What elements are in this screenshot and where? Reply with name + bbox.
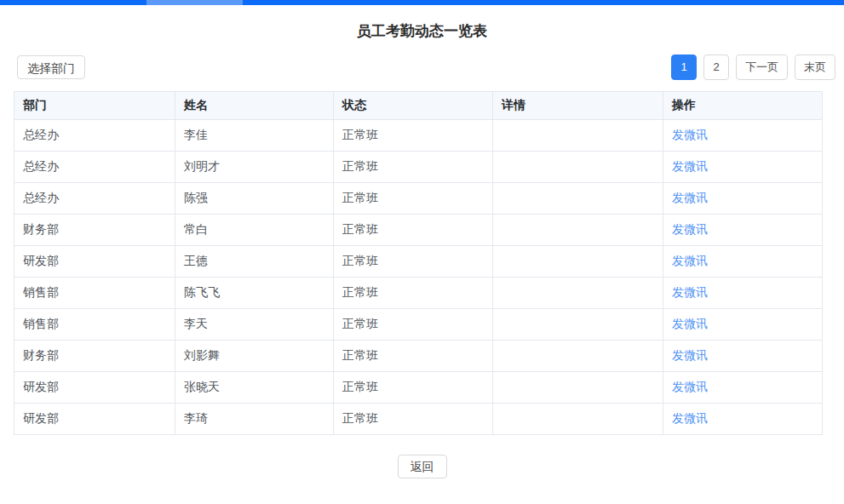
cell-status: 正常班 [334,309,493,341]
cell-department: 财务部 [14,341,175,372]
cell-name: 王德 [175,246,334,278]
column-header-action: 操作 [663,92,823,120]
cell-status: 正常班 [334,246,493,278]
column-header-department: 部门 [14,92,175,120]
table-row: 财务部 常白 正常班 发微讯 [14,215,823,246]
cell-name: 陈强 [175,183,334,215]
cell-action: 发微讯 [663,372,823,404]
cell-status: 正常班 [334,183,493,215]
table-row: 研发部 王德 正常班 发微讯 [14,246,823,278]
top-progress-bar [0,0,844,5]
cell-detail [493,309,663,341]
cell-status: 正常班 [334,120,493,152]
cell-detail [493,152,663,183]
cell-department: 研发部 [14,246,175,278]
table-row: 研发部 张晓天 正常班 发微讯 [14,372,823,404]
cell-name: 李琦 [175,404,334,435]
table-body: 总经办 李佳 正常班 发微讯 总经办 刘明才 正常班 发微讯 总经办 陈强 正常… [14,120,823,435]
cell-department: 财务部 [14,215,175,246]
cell-name: 李佳 [175,120,334,152]
cell-status: 正常班 [334,278,493,309]
back-button[interactable]: 返回 [398,455,447,478]
cell-action-link[interactable]: 发微讯 [672,128,708,141]
footer: 返回 [0,455,844,478]
cell-name: 陈飞飞 [175,278,334,309]
cell-action-link[interactable]: 发微讯 [672,348,708,362]
cell-action: 发微讯 [663,183,823,215]
cell-action-link[interactable]: 发微讯 [672,285,708,299]
page-title: 员工考勤动态一览表 [0,23,844,39]
pagination-page-1[interactable]: 1 [671,54,697,80]
cell-status: 正常班 [334,341,493,372]
cell-department: 销售部 [14,278,175,309]
column-header-detail: 详情 [493,92,663,120]
cell-department: 销售部 [14,309,175,341]
select-department-button[interactable]: 选择部门 [17,55,85,79]
cell-action-link[interactable]: 发微讯 [672,222,708,236]
table-row: 总经办 陈强 正常班 发微讯 [14,183,823,215]
cell-action-link[interactable]: 发微讯 [672,191,708,204]
table-row: 总经办 李佳 正常班 发微讯 [14,120,823,152]
cell-name: 常白 [175,215,334,246]
cell-detail [493,278,663,309]
cell-name: 刘影舞 [175,341,334,372]
table-row: 总经办 刘明才 正常班 发微讯 [14,152,823,183]
cell-action: 发微讯 [663,341,823,372]
cell-name: 刘明才 [175,152,334,183]
cell-detail [493,404,663,435]
cell-status: 正常班 [334,372,493,404]
cell-detail [493,183,663,215]
cell-action: 发微讯 [663,152,823,183]
cell-department: 总经办 [14,183,175,215]
pagination-next-button[interactable]: 下一页 [736,54,788,80]
cell-detail [493,215,663,246]
cell-department: 总经办 [14,120,175,152]
cell-action-link[interactable]: 发微讯 [672,411,708,425]
cell-action: 发微讯 [663,278,823,309]
cell-action: 发微讯 [663,215,823,246]
cell-status: 正常班 [334,404,493,435]
attendance-table-wrap: 部门 姓名 状态 详情 操作 总经办 李佳 正常班 发微讯 总经办 刘明才 正常… [14,91,822,435]
cell-action-link[interactable]: 发微讯 [672,380,708,393]
table-row: 销售部 李天 正常班 发微讯 [14,309,823,341]
cell-detail [493,120,663,152]
table-header-row: 部门 姓名 状态 详情 操作 [14,92,823,120]
cell-status: 正常班 [334,215,493,246]
table-row: 财务部 刘影舞 正常班 发微讯 [14,341,823,372]
column-header-name: 姓名 [175,92,334,120]
cell-department: 研发部 [14,372,175,404]
cell-status: 正常班 [334,152,493,183]
cell-name: 李天 [175,309,334,341]
cell-action-link[interactable]: 发微讯 [672,159,708,173]
cell-name: 张晓天 [175,372,334,404]
cell-action: 发微讯 [663,120,823,152]
table-row: 销售部 陈飞飞 正常班 发微讯 [14,278,823,309]
pagination-page-2[interactable]: 2 [703,54,729,80]
cell-action-link[interactable]: 发微讯 [672,317,708,330]
cell-detail [493,372,663,404]
top-progress-segment [146,0,243,5]
pagination: 1 2 下一页 末页 [671,54,835,80]
pagination-last-button[interactable]: 末页 [795,54,835,80]
column-header-status: 状态 [334,92,493,120]
cell-action-link[interactable]: 发微讯 [672,254,708,267]
cell-action: 发微讯 [663,309,823,341]
cell-detail [493,341,663,372]
attendance-table: 部门 姓名 状态 详情 操作 总经办 李佳 正常班 发微讯 总经办 刘明才 正常… [14,91,823,435]
cell-action: 发微讯 [663,404,823,435]
cell-department: 研发部 [14,404,175,435]
toolbar: 选择部门 1 2 下一页 末页 [0,54,844,80]
table-row: 研发部 李琦 正常班 发微讯 [14,404,823,435]
cell-action: 发微讯 [663,246,823,278]
cell-department: 总经办 [14,152,175,183]
cell-detail [493,246,663,278]
